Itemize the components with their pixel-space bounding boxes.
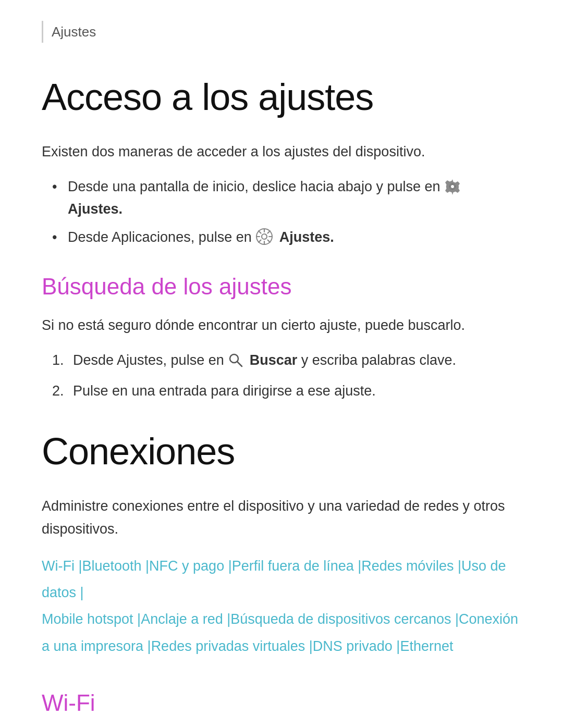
svg-line-11	[268, 231, 270, 233]
busqueda-steps-list: 1. Desde Ajustes, pulse en Buscar y escr…	[52, 349, 521, 402]
busqueda-intro: Si no está seguro dónde encontrar un cie…	[42, 314, 521, 337]
acceso-bullet-1-before: Desde una pantalla de inicio, deslice ha…	[68, 179, 444, 194]
svg-line-9	[259, 231, 261, 233]
list-item: Desde Aplicaciones, pulse en Ajustes.	[52, 226, 521, 249]
search-icon	[228, 352, 243, 368]
breadcrumb-label: Ajustes	[52, 24, 96, 40]
link-nfc[interactable]: NFC y pago	[149, 558, 224, 574]
separator: |	[143, 638, 151, 654]
svg-line-14	[237, 362, 242, 366]
acceso-bullet-1-bold: Ajustes.	[68, 201, 123, 217]
gear-icon	[444, 178, 461, 195]
separator: |	[133, 611, 141, 627]
acceso-bullet-2-before: Desde Aplicaciones, pulse en	[68, 229, 255, 245]
link-dns[interactable]: DNS privado	[313, 638, 393, 654]
separator: |	[454, 558, 461, 574]
separator: |	[393, 638, 400, 654]
svg-line-10	[268, 240, 270, 242]
conexiones-title: Conexiones	[42, 423, 521, 479]
list-item: Desde una pantalla de inicio, deslice ha…	[52, 176, 521, 220]
separator: |	[76, 585, 84, 600]
step-number: 1.	[52, 349, 64, 372]
busqueda-step1-bold: Buscar	[250, 352, 298, 368]
busqueda-step1-after: y escriba palabras clave.	[301, 352, 456, 368]
breadcrumb: Ajustes	[42, 21, 521, 43]
list-item: 2. Pulse en una entrada para dirigirse a…	[52, 380, 521, 402]
step-number: 2.	[52, 380, 64, 402]
acceso-bullet-list: Desde una pantalla de inicio, deslice ha…	[52, 176, 521, 249]
separator: |	[142, 558, 150, 574]
separator: |	[305, 638, 313, 654]
link-busqueda-disp[interactable]: Búsqueda de dispositivos cercanos	[230, 611, 451, 627]
settings-app-icon	[255, 228, 273, 245]
acceso-title: Acceso a los ajustes	[42, 69, 521, 125]
link-vpn[interactable]: Redes privadas virtuales	[151, 638, 305, 654]
list-item: 1. Desde Ajustes, pulse en Buscar y escr…	[52, 349, 521, 372]
svg-line-12	[259, 240, 261, 242]
busqueda-section: Búsqueda de los ajustes Si no está segur…	[42, 269, 521, 403]
conexiones-intro: Administre conexiones entre el dispositi…	[42, 495, 521, 540]
wifi-section: Wi-Fi Puede conectar su dispositivo a un…	[42, 686, 521, 728]
separator: |	[451, 611, 459, 627]
busqueda-title: Búsqueda de los ajustes	[42, 269, 521, 304]
separator: |	[223, 611, 231, 627]
link-perfil[interactable]: Perfil fuera de línea	[232, 558, 354, 574]
acceso-bullet-2-bold: Ajustes.	[279, 229, 334, 245]
separator: |	[354, 558, 362, 574]
link-ethernet[interactable]: Ethernet	[400, 638, 453, 654]
link-redes-moviles[interactable]: Redes móviles	[361, 558, 454, 574]
busqueda-step2-text: Pulse en una entrada para dirigirse a es…	[73, 383, 376, 399]
acceso-intro: Existen dos maneras de acceder a los aju…	[42, 141, 521, 163]
link-bluetooth[interactable]: Bluetooth	[82, 558, 141, 574]
acceso-section: Acceso a los ajustes Existen dos maneras…	[42, 69, 521, 249]
svg-point-4	[262, 234, 267, 239]
link-hotspot[interactable]: Mobile hotspot	[42, 611, 133, 627]
separator: |	[75, 558, 82, 574]
conexiones-links: Wi-Fi |Bluetooth |NFC y pago |Perfil fue…	[42, 553, 521, 660]
wifi-title: Wi-Fi	[42, 686, 521, 720]
busqueda-step1-before: Desde Ajustes, pulse en	[73, 352, 228, 368]
separator: |	[224, 558, 232, 574]
link-anclaje[interactable]: Anclaje a red	[141, 611, 223, 627]
conexiones-section: Conexiones Administre conexiones entre e…	[42, 423, 521, 660]
link-wifi[interactable]: Wi-Fi	[42, 558, 75, 574]
